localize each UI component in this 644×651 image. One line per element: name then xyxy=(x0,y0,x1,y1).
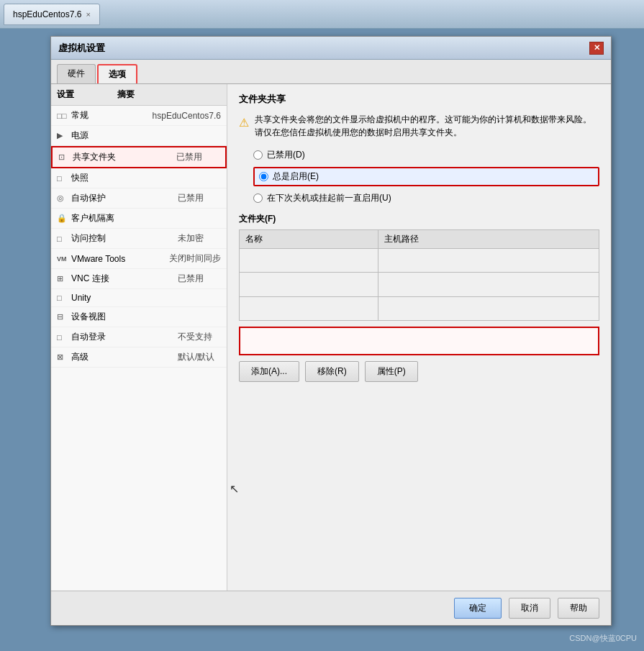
unity-label: Unity xyxy=(71,293,175,303)
list-item-snapshot[interactable]: □ 快照 xyxy=(51,168,227,188)
radio-disabled[interactable]: 已禁用(D) xyxy=(253,149,599,161)
tab-close-icon[interactable]: × xyxy=(86,10,90,19)
list-item-isolation[interactable]: 🔒 客户机隔离 xyxy=(51,209,227,229)
folder-button-row: 添加(A)... 移除(R) 属性(P) xyxy=(239,361,599,382)
tab-label: hspEduCentos7.6 xyxy=(13,9,81,19)
table-row xyxy=(240,296,599,320)
isolation-label: 客户机隔离 xyxy=(71,212,175,224)
remove-button[interactable]: 移除(R) xyxy=(305,361,359,382)
shared-folders-summary: 已禁用 xyxy=(176,151,219,163)
autoprotect-label: 自动保护 xyxy=(71,192,175,204)
warning-text: 共享文件夹会将您的文件显示给虚拟机中的程序。这可能为你的计算机和数据带来风险。请… xyxy=(255,113,599,139)
power-label: 电源 xyxy=(71,129,175,142)
radio-until-shutdown-label: 在下次关机或挂起前一直启用(U) xyxy=(267,192,391,204)
vmware-tools-label: VMware Tools xyxy=(71,254,166,264)
snapshot-icon: □ xyxy=(57,174,68,183)
vm-settings-dialog: 虚拟机设置 ✕ 硬件 选项 设置 摘要 □□ 常规 hspEduCentos7.… xyxy=(50,36,612,626)
cancel-button[interactable]: 取消 xyxy=(509,598,550,619)
access-control-summary: 未加密 xyxy=(178,232,221,245)
access-control-icon: □ xyxy=(57,235,68,243)
col-name: 名称 xyxy=(240,230,378,249)
list-item-power[interactable]: ▶ 电源 xyxy=(51,126,227,146)
autologon-summary: 不受支持 xyxy=(178,331,221,343)
help-button[interactable]: 帮助 xyxy=(558,598,599,619)
folder-table: 名称 主机路径 xyxy=(239,229,599,321)
isolation-icon: 🔒 xyxy=(57,214,68,223)
radio-always-label: 总是启用(E) xyxy=(273,170,319,183)
device-view-icon: ⊟ xyxy=(57,312,68,322)
folder-table-body xyxy=(240,249,599,321)
properties-button[interactable]: 属性(P) xyxy=(365,361,418,382)
taskbar: hspEduCentos7.6 × xyxy=(0,0,644,29)
tab-hspEducentos[interactable]: hspEduCentos7.6 × xyxy=(4,4,100,25)
warning-icon: ⚠ xyxy=(239,114,249,139)
general-icon: □□ xyxy=(57,111,68,120)
unity-icon: □ xyxy=(57,293,68,302)
radio-disabled-label: 已禁用(D) xyxy=(267,149,305,161)
folder-section-title: 文件夹(F) xyxy=(239,213,599,225)
radio-always[interactable]: 总是启用(E) xyxy=(253,167,599,186)
access-control-label: 访问控制 xyxy=(71,232,175,245)
list-item-autoprotect[interactable]: ◎ 自动保护 已禁用 xyxy=(51,188,227,209)
dialog-title: 虚拟机设置 xyxy=(58,42,105,55)
section-title: 文件夹共享 xyxy=(239,93,599,106)
advanced-summary: 默认/默认 xyxy=(178,351,221,363)
vmware-tools-icon: VM xyxy=(57,255,68,263)
list-item-shared-folders[interactable]: ⊡ 共享文件夹 已禁用 xyxy=(51,146,227,168)
settings-list-panel: 设置 摘要 □□ 常规 hspEduCentos7.6 ▶ 电源 ⊡ 共享文件夹… xyxy=(51,84,227,601)
ok-button[interactable]: 确定 xyxy=(454,598,502,619)
autologon-icon: □ xyxy=(57,333,68,342)
autoprotect-summary: 已禁用 xyxy=(178,192,221,204)
vnc-summary: 已禁用 xyxy=(178,273,221,285)
shared-folders-icon: ⊡ xyxy=(58,152,70,162)
general-summary: hspEduCentos7.6 xyxy=(153,111,221,121)
vnc-label: VNC 连接 xyxy=(71,273,175,285)
radio-until-shutdown[interactable]: 在下次关机或挂起前一直启用(U) xyxy=(253,192,599,204)
dialog-tab-bar: 硬件 选项 xyxy=(51,60,611,84)
device-view-label: 设备视图 xyxy=(71,311,175,323)
dialog-close-button[interactable]: ✕ xyxy=(589,42,604,55)
tab-options[interactable]: 选项 xyxy=(97,64,137,83)
power-icon: ▶ xyxy=(57,131,68,140)
list-item-access-control[interactable]: □ 访问控制 未加密 xyxy=(51,229,227,249)
table-row xyxy=(240,273,599,296)
list-item-unity[interactable]: □ Unity xyxy=(51,289,227,307)
col-host-path: 主机路径 xyxy=(378,230,599,249)
list-item-autologon[interactable]: □ 自动登录 不受支持 xyxy=(51,327,227,347)
list-item-device-view[interactable]: ⊟ 设备视图 xyxy=(51,307,227,327)
vnc-icon: ⊞ xyxy=(57,274,68,283)
list-header: 设置 摘要 xyxy=(51,84,227,106)
sharing-radio-group: 已禁用(D) 总是启用(E) 在下次关机或挂起前一直启用(U) xyxy=(253,149,599,204)
col-summary: 摘要 xyxy=(117,88,135,101)
dialog-body: 设置 摘要 □□ 常规 hspEduCentos7.6 ▶ 电源 ⊡ 共享文件夹… xyxy=(51,84,611,601)
watermark: CSDN@快蓝0CPU xyxy=(569,633,637,644)
autoprotect-icon: ◎ xyxy=(57,194,68,203)
list-item-vnc[interactable]: ⊞ VNC 连接 已禁用 xyxy=(51,269,227,289)
autologon-label: 自动登录 xyxy=(71,331,175,343)
shared-folders-label: 共享文件夹 xyxy=(73,151,173,163)
dialog-footer: 确定 取消 帮助 xyxy=(51,591,611,625)
vmware-tools-summary: 关闭时间同步 xyxy=(169,252,221,265)
warning-box: ⚠ 共享文件夹会将您的文件显示给虚拟机中的程序。这可能为你的计算机和数据带来风险… xyxy=(239,113,599,139)
list-item-advanced[interactable]: ⊠ 高级 默认/默认 xyxy=(51,347,227,368)
tab-hardware[interactable]: 硬件 xyxy=(57,64,96,83)
advanced-label: 高级 xyxy=(71,351,175,363)
list-item-vmware-tools[interactable]: VM VMware Tools 关闭时间同步 xyxy=(51,249,227,269)
table-row xyxy=(240,249,599,273)
settings-content-panel: 文件夹共享 ⚠ 共享文件夹会将您的文件显示给虚拟机中的程序。这可能为你的计算机和… xyxy=(227,84,611,601)
list-item-general[interactable]: □□ 常规 hspEduCentos7.6 xyxy=(51,106,227,126)
advanced-icon: ⊠ xyxy=(57,352,68,362)
snapshot-label: 快照 xyxy=(71,172,175,184)
dialog-titlebar: 虚拟机设置 ✕ xyxy=(51,37,611,60)
col-settings: 设置 xyxy=(57,88,74,101)
add-button[interactable]: 添加(A)... xyxy=(239,361,299,382)
add-area xyxy=(239,327,599,355)
general-label: 常规 xyxy=(71,109,150,122)
